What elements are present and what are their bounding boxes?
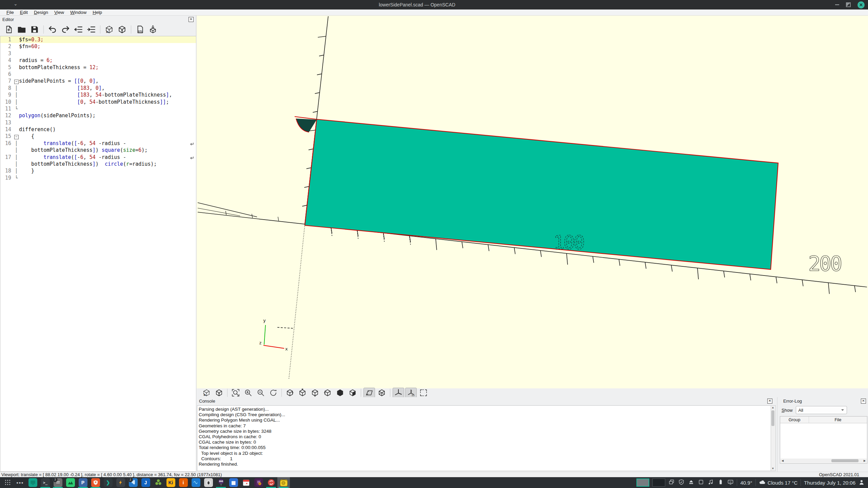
clock-text[interactable]: Thursday July 1, 20:06 bbox=[804, 480, 855, 486]
svg-text:»: » bbox=[106, 29, 108, 34]
show-scale-markers-button[interactable]: 10 bbox=[405, 388, 417, 398]
fold-marker-icon[interactable]: − bbox=[14, 135, 19, 139]
taskbar-overflow-dots[interactable]: ••• bbox=[14, 477, 26, 488]
menu-view[interactable]: View bbox=[51, 10, 67, 15]
menu-edit[interactable]: Edit bbox=[17, 10, 31, 15]
export-stl-button[interactable]: STL bbox=[135, 24, 145, 35]
minimize-button[interactable] bbox=[835, 4, 839, 5]
orange-tool-icon: i bbox=[179, 478, 188, 487]
reset-view-button[interactable] bbox=[268, 388, 279, 398]
menu-window[interactable]: Window bbox=[67, 10, 90, 15]
console-close-icon[interactable]: ✕ bbox=[767, 399, 772, 404]
taskbar-orange-tool[interactable]: i bbox=[177, 477, 190, 488]
taskbar-openscad[interactable] bbox=[277, 477, 290, 488]
taskbar-zap-app[interactable] bbox=[114, 477, 127, 488]
error-log-close-icon[interactable]: ✕ bbox=[861, 399, 866, 404]
undo-button[interactable] bbox=[47, 24, 58, 35]
taskbar-terminal-alt[interactable]: ❯ bbox=[102, 477, 114, 488]
taskbar-joplin[interactable]: J bbox=[139, 477, 152, 488]
unindent-button[interactable] bbox=[73, 24, 84, 35]
sleep-inhibit-icon[interactable]: zz bbox=[727, 479, 734, 486]
scrollbar-thumb[interactable] bbox=[771, 410, 774, 426]
zoom-out-button[interactable] bbox=[255, 388, 267, 398]
indent-button[interactable] bbox=[86, 24, 97, 35]
scroll-up-icon[interactable]: ▲ bbox=[771, 406, 775, 410]
save-button[interactable] bbox=[29, 24, 40, 35]
scroll-right-icon[interactable]: ▶ bbox=[863, 459, 867, 462]
taskbar-file-manager[interactable]: 3 bbox=[52, 477, 64, 488]
code-editor[interactable]: 1$fs=0.3;2$fn=60;34radius = 6;5bottomPla… bbox=[0, 36, 196, 472]
taskbar-xterm-stamp[interactable] bbox=[202, 477, 215, 488]
redo-button[interactable] bbox=[60, 24, 71, 35]
taskbar-kicad[interactable]: Ki bbox=[164, 477, 177, 488]
taskbar-calculator[interactable]: ▦ bbox=[227, 477, 240, 488]
shield-check-icon[interactable] bbox=[678, 479, 685, 486]
zoom-all-button[interactable] bbox=[230, 388, 241, 398]
taskbar-notes[interactable] bbox=[252, 477, 265, 488]
console-scrollbar[interactable]: ▲ ▼ bbox=[771, 405, 776, 471]
view-top-button[interactable] bbox=[297, 388, 308, 398]
weather-widget[interactable]: Clouds 17 °C bbox=[759, 480, 798, 486]
taskbar-show-desktop[interactable] bbox=[26, 477, 39, 488]
error-log-hscrollbar[interactable]: ◀ ▶ bbox=[781, 459, 867, 463]
show-axes-button[interactable] bbox=[393, 388, 404, 398]
code-line-19: 19└ bbox=[0, 175, 196, 181]
eject-icon[interactable] bbox=[688, 479, 694, 486]
taskbar-vscode[interactable]: 2 bbox=[127, 477, 139, 488]
column-file[interactable]: File bbox=[809, 416, 867, 423]
console-panel: Console ✕ Parsing design (AST generation… bbox=[197, 397, 776, 472]
column-group[interactable]: Group bbox=[780, 416, 809, 423]
music-note-icon[interactable] bbox=[708, 479, 714, 486]
view-all-button[interactable] bbox=[418, 388, 429, 398]
taskbar-keepassxc[interactable]: P bbox=[77, 477, 89, 488]
maximize-button[interactable] bbox=[846, 2, 851, 7]
user-icon[interactable] bbox=[859, 479, 865, 486]
scroll-left-icon[interactable]: ◀ bbox=[781, 459, 785, 462]
taskbar-system-monitor[interactable] bbox=[64, 477, 77, 488]
view-back-button[interactable] bbox=[347, 388, 358, 398]
code-line-3: 3 bbox=[0, 50, 196, 57]
open-folder-button[interactable] bbox=[16, 24, 27, 35]
menu-help[interactable]: Help bbox=[90, 10, 105, 15]
fold-marker-icon[interactable]: − bbox=[14, 80, 19, 84]
error-filter-dropdown[interactable]: All bbox=[796, 406, 847, 414]
view-front-button[interactable] bbox=[334, 388, 346, 398]
line-number: 13 bbox=[0, 119, 14, 126]
taskbar-sync[interactable] bbox=[265, 477, 277, 488]
frame-icon[interactable] bbox=[698, 479, 704, 486]
preview-button[interactable]: » bbox=[201, 388, 212, 398]
preview-button[interactable]: » bbox=[104, 24, 115, 35]
temperature-text[interactable]: 40.9° bbox=[740, 480, 752, 486]
taskbar-oscilloscope[interactable] bbox=[190, 477, 202, 488]
close-button[interactable]: ✕ bbox=[857, 1, 865, 8]
taskbar-app-grid[interactable] bbox=[1, 477, 14, 488]
console-output[interactable]: Parsing design (AST generation)...Compil… bbox=[197, 405, 771, 471]
workspace-1-thumbnail[interactable] bbox=[636, 479, 649, 487]
taskbar-brave[interactable] bbox=[89, 477, 102, 488]
joplin-icon: J bbox=[141, 478, 150, 487]
workspace-2-thumbnail[interactable] bbox=[652, 479, 665, 487]
orthogonal-button[interactable] bbox=[376, 388, 388, 398]
scroll-down-icon[interactable]: ▼ bbox=[771, 467, 775, 471]
taskbar-terminal[interactable]: >_ bbox=[39, 477, 52, 488]
window-stack-icon[interactable] bbox=[668, 479, 675, 486]
status-bar: Viewport: translate = [ 88.02 19.00 -0.2… bbox=[0, 472, 868, 477]
hscrollbar-thumb[interactable] bbox=[831, 459, 859, 462]
taskbar-calendar[interactable] bbox=[240, 477, 252, 488]
render-button[interactable] bbox=[117, 24, 127, 35]
editor-close-icon[interactable]: ✕ bbox=[189, 17, 194, 22]
view-bottom-button[interactable] bbox=[309, 388, 321, 398]
new-file-button[interactable] bbox=[3, 24, 14, 35]
battery-icon[interactable] bbox=[717, 479, 724, 486]
viewport-canvas[interactable]: y z x 100 200 bbox=[197, 16, 868, 388]
export-part-button[interactable] bbox=[147, 24, 158, 35]
menu-file[interactable]: File bbox=[3, 10, 17, 15]
view-right-button[interactable] bbox=[284, 388, 296, 398]
render-button[interactable] bbox=[213, 388, 225, 398]
taskbar-plover[interactable] bbox=[215, 477, 227, 488]
menu-design[interactable]: Design bbox=[31, 10, 51, 15]
view-left-button[interactable] bbox=[322, 388, 333, 398]
perspective-button[interactable] bbox=[363, 388, 375, 398]
zoom-in-button[interactable] bbox=[242, 388, 254, 398]
taskbar-green-circles[interactable] bbox=[152, 477, 164, 488]
